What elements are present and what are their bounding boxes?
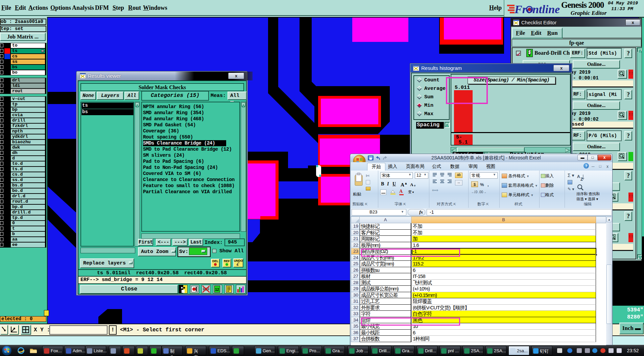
svg-text:Z: Z: [580, 177, 583, 182]
svg-text:A: A: [577, 174, 580, 179]
svg-text:Frontline: Frontline: [514, 3, 560, 16]
svg-text:12: 12: [215, 287, 219, 291]
